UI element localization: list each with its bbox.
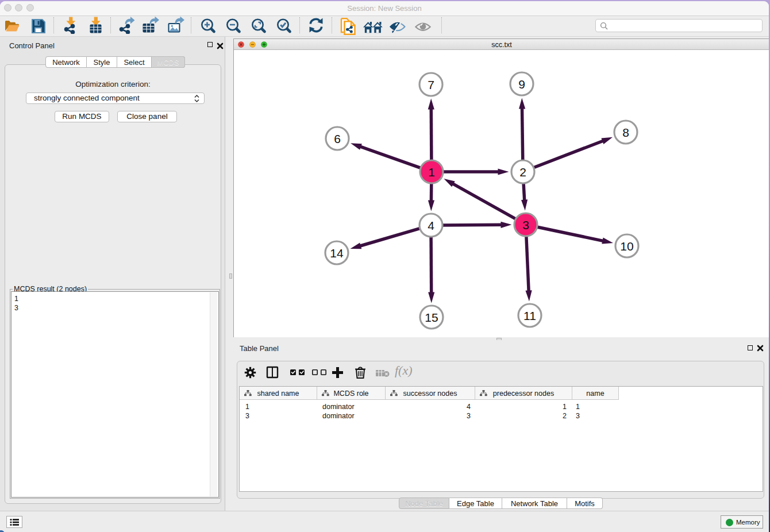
svg-text:4: 4 [428, 219, 434, 232]
svg-text:3: 3 [522, 218, 529, 232]
svg-text:14: 14 [330, 246, 344, 260]
svg-text:10: 10 [620, 240, 633, 253]
svg-text:9: 9 [518, 78, 525, 91]
svg-text:1: 1 [428, 165, 435, 179]
svg-text:11: 11 [523, 309, 536, 322]
svg-text:8: 8 [622, 126, 629, 139]
svg-text:7: 7 [428, 78, 434, 91]
svg-text:6: 6 [334, 132, 341, 145]
svg-text:15: 15 [425, 311, 438, 324]
svg-text:2: 2 [519, 165, 526, 179]
